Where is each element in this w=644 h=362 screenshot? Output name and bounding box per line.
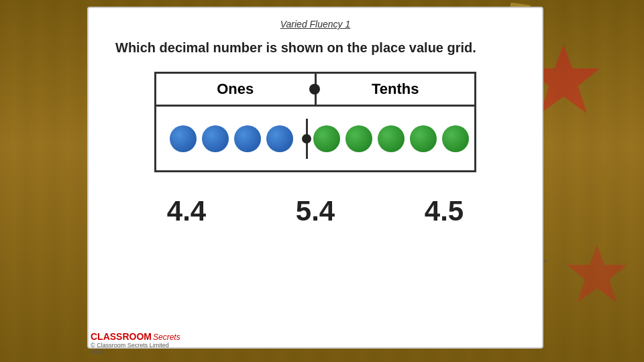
answer-option-3[interactable]: 4.5 — [425, 195, 464, 227]
ones-dot-3 — [234, 125, 261, 152]
tenths-dot-5 — [442, 125, 469, 152]
main-card: Varied Fluency 1 Which decimal number is… — [87, 7, 543, 349]
ones-label: Ones — [217, 80, 254, 97]
tenths-dot-3 — [378, 125, 405, 152]
grid-header-ones: Ones — [156, 74, 317, 105]
logo-copy: © Classroom Secrets Limited — [91, 342, 169, 349]
logo-brand: CLASSROOM — [91, 331, 152, 342]
star-decoration-2 — [564, 241, 631, 308]
tenths-dot-4 — [410, 125, 437, 152]
tenths-dot-1 — [313, 125, 340, 152]
tenths-dot-2 — [345, 125, 372, 152]
grid-data-ones-cell — [156, 119, 308, 159]
logo-year: 2019 — [91, 349, 104, 355]
grid-data-row — [156, 107, 474, 170]
grid-header-tenths: Tenths — [317, 74, 475, 105]
decimal-dot-row — [302, 134, 311, 143]
tenths-label: Tenths — [372, 80, 419, 97]
place-value-grid: Ones Tenths — [154, 72, 476, 172]
decimal-dot-header — [309, 84, 320, 95]
card-title: Varied Fluency 1 — [280, 19, 351, 29]
ones-dot-2 — [202, 125, 229, 152]
grid-data-tenths-cell — [308, 119, 474, 159]
logo-sub: Secrets — [153, 333, 180, 342]
answers-row: 4.4 5.4 4.5 — [109, 195, 522, 227]
question-text: Which decimal number is shown on the pla… — [115, 40, 476, 56]
svg-marker-1 — [567, 245, 627, 302]
answer-option-2[interactable]: 5.4 — [296, 195, 335, 227]
ones-dot-1 — [170, 125, 197, 152]
logo-area: CLASSROOM Secrets © Classroom Secrets Li… — [91, 331, 180, 355]
answer-option-1[interactable]: 4.4 — [167, 195, 206, 227]
ones-dot-4 — [266, 125, 293, 152]
grid-header-row: Ones Tenths — [156, 74, 474, 107]
